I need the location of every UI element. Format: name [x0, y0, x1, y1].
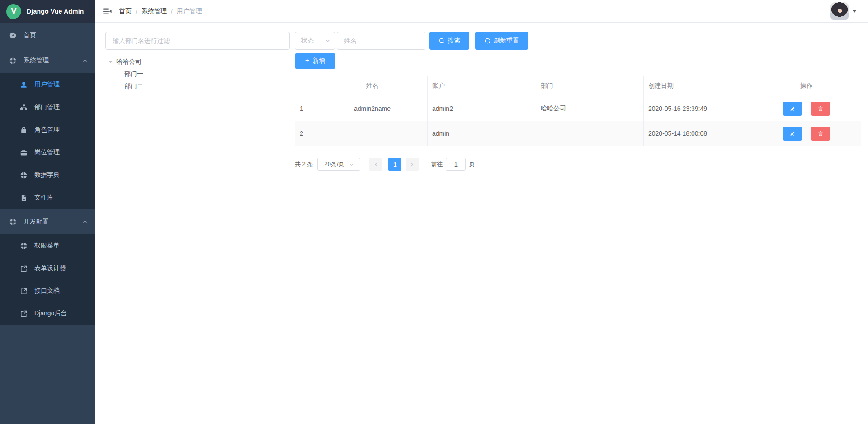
cell-actions [752, 96, 861, 121]
pagination: 共 2 条 20条/页 1 前往 页 [295, 158, 861, 171]
app-title: Django Vue Admin [27, 8, 84, 15]
top-header: 首页 / 系统管理 / 用户管理 [95, 0, 868, 23]
reset-button-label: 刷新重置 [494, 37, 519, 45]
cell-index: 1 [295, 96, 317, 121]
cell-name: admin2name [317, 96, 428, 121]
cell-department: 哈哈公司 [536, 96, 644, 121]
sidebar-item-dictionary[interactable]: 数据字典 [0, 164, 95, 186]
tree-node-child[interactable]: 部门一 [105, 68, 290, 80]
page-size-select[interactable]: 20条/页 [317, 158, 360, 171]
sidebar-section-label: 系统管理 [24, 57, 49, 65]
sidebar: V Django Vue Admin 首页 系统管理 用户管理 [0, 0, 95, 424]
sidebar-toggle-icon[interactable] [95, 7, 119, 16]
breadcrumb-separator: / [171, 8, 173, 15]
delete-button[interactable] [811, 102, 830, 116]
breadcrumb-system[interactable]: 系统管理 [142, 7, 167, 15]
submenu-devconfig: 权限菜单 表单设计器 接口文档 Django后台 [0, 234, 95, 325]
department-panel: 哈哈公司 部门一 部门二 [105, 32, 290, 92]
pagination-total: 共 2 条 [295, 160, 313, 168]
sidebar-item-label: 表单设计器 [34, 264, 66, 272]
aim-icon [20, 242, 28, 250]
page-number-button[interactable]: 1 [388, 158, 401, 171]
delete-button[interactable] [811, 127, 830, 141]
page-size-value: 20条/页 [324, 160, 344, 168]
column-header-created: 创建日期 [644, 76, 752, 96]
sidebar-item-departments[interactable]: 部门管理 [0, 96, 95, 119]
aim-icon [9, 218, 17, 226]
tree-node-label: 部门二 [124, 82, 143, 91]
user-icon [20, 81, 28, 89]
goto-page-input[interactable] [446, 158, 466, 171]
tree-node-label: 哈哈公司 [116, 58, 142, 66]
user-menu[interactable] [830, 2, 856, 20]
cell-account: admin [428, 121, 536, 146]
search-button[interactable]: 搜索 [429, 32, 469, 50]
lock-icon [20, 126, 28, 134]
sidebar-item-files[interactable]: 文件库 [0, 186, 95, 209]
status-select-placeholder: 状态 [301, 37, 325, 45]
sidebar-item-permission-menu[interactable]: 权限菜单 [0, 234, 95, 257]
reset-button[interactable]: 刷新重置 [475, 32, 528, 50]
cell-created: 2020-05-14 18:00:08 [644, 121, 752, 146]
filter-bar: 状态 搜索 刷新重置 [295, 32, 861, 50]
submenu-system: 用户管理 部门管理 角色管理 岗位管理 [0, 73, 95, 209]
tree-expand-icon[interactable] [109, 61, 113, 65]
add-user-button[interactable]: + 新增 [295, 53, 335, 69]
name-filter-input[interactable] [337, 32, 425, 50]
tree-node-label: 部门一 [124, 70, 143, 78]
next-page-button[interactable] [406, 158, 419, 171]
sidebar-menu: 首页 系统管理 用户管理 部门管理 [0, 23, 95, 424]
sidebar-item-label: 角色管理 [34, 126, 60, 134]
user-avatar[interactable] [830, 2, 849, 20]
sidebar-section-devconfig[interactable]: 开发配置 [0, 209, 95, 234]
sidebar-item-users[interactable]: 用户管理 [0, 73, 95, 96]
sidebar-item-label: 首页 [24, 31, 36, 39]
users-panel: 状态 搜索 刷新重置 [295, 32, 861, 171]
goto-label: 前往 [431, 160, 443, 168]
external-link-icon [20, 310, 28, 318]
sitemap-icon [20, 104, 28, 111]
chevron-down-icon [325, 38, 330, 43]
sidebar-item-django-admin[interactable]: Django后台 [0, 302, 95, 325]
caret-down-icon [853, 10, 856, 14]
sidebar-section-system[interactable]: 系统管理 [0, 48, 95, 73]
cell-actions [752, 121, 861, 146]
trash-icon [817, 105, 824, 112]
department-filter-input[interactable] [105, 32, 290, 50]
table-row: 2 admin 2020-05-14 18:00:08 [295, 121, 861, 146]
sidebar-item-label: 数据字典 [34, 171, 60, 179]
logo-letter: V [11, 7, 16, 16]
sidebar-item-label: 岗位管理 [34, 148, 60, 157]
sidebar-item-label: 文件库 [34, 194, 53, 202]
sidebar-item-api-docs[interactable]: 接口文档 [0, 280, 95, 302]
cell-name [317, 121, 428, 146]
tree-node-child[interactable]: 部门二 [105, 80, 290, 92]
dashboard-icon [9, 32, 17, 39]
tree-node-root[interactable]: 哈哈公司 [105, 56, 290, 68]
briefcase-icon [20, 149, 28, 157]
sidebar-item-positions[interactable]: 岗位管理 [0, 141, 95, 164]
users-table: 姓名 账户 部门 创建日期 操作 1 admin2name admin2 哈哈公 [295, 76, 861, 146]
sidebar-item-home[interactable]: 首页 [0, 23, 95, 48]
prev-page-button[interactable] [369, 158, 382, 171]
sidebar-item-label: 权限菜单 [34, 242, 60, 250]
file-icon [20, 194, 28, 202]
sidebar-item-form-designer[interactable]: 表单设计器 [0, 257, 95, 280]
breadcrumb-home[interactable]: 首页 [119, 7, 132, 15]
edit-button[interactable] [783, 102, 802, 116]
edit-button[interactable] [783, 127, 802, 141]
column-header-name: 姓名 [317, 76, 428, 96]
external-link-icon [20, 265, 28, 272]
cell-account: admin2 [428, 96, 536, 121]
trash-icon [817, 130, 824, 137]
sidebar-item-label: 用户管理 [34, 81, 60, 89]
search-button-label: 搜索 [448, 37, 461, 45]
chevron-up-icon [82, 58, 88, 63]
breadcrumb: 首页 / 系统管理 / 用户管理 [119, 7, 202, 15]
aim-icon [20, 172, 28, 179]
breadcrumb-current: 用户管理 [177, 7, 202, 15]
status-select[interactable]: 状态 [295, 32, 335, 50]
cell-created: 2020-05-16 23:39:49 [644, 96, 752, 121]
refresh-icon [484, 38, 491, 44]
sidebar-item-roles[interactable]: 角色管理 [0, 119, 95, 141]
